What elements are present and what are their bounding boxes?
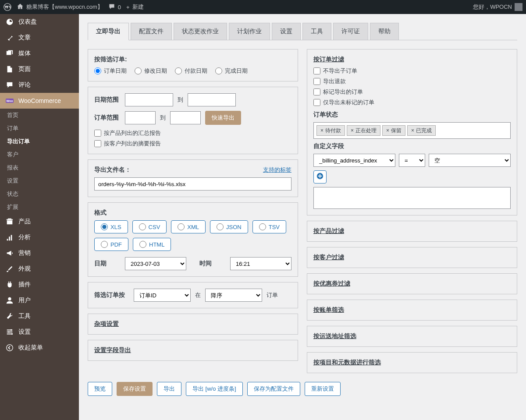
tab-export-now[interactable]: 立即导出 — [88, 23, 129, 40]
panel-meta-filter[interactable]: 按项目和元数据进行筛选 — [307, 352, 517, 373]
cf-op-select[interactable]: = — [399, 154, 425, 167]
panel-shipping-filter[interactable]: 按运送地址筛选 — [307, 326, 517, 347]
sidebar-item-users[interactable]: 用户 — [0, 293, 79, 308]
sidebar-sub-status[interactable]: 状态 — [0, 187, 79, 201]
sidebar-item-settings[interactable]: 设置 — [0, 324, 79, 340]
export-button[interactable]: 导出 — [157, 382, 181, 396]
format-html[interactable]: HTML — [133, 238, 171, 251]
date-select[interactable]: 2023-07-03 — [125, 257, 186, 270]
sidebar-sub-home[interactable]: 首页 — [0, 109, 79, 122]
cf-field-select[interactable]: _billing_address_index — [313, 154, 395, 167]
order-to-input[interactable] — [170, 111, 201, 124]
save-settings-button[interactable]: 保存设置 — [117, 382, 153, 396]
check-only-unmarked[interactable]: 仅导出未标记的订单 — [313, 99, 511, 106]
sidebar-item-media[interactable]: 媒体 — [0, 46, 79, 61]
date-to-input[interactable] — [188, 93, 236, 106]
wp-logo-icon[interactable] — [4, 3, 11, 11]
time-select[interactable]: 16:21 — [230, 257, 291, 270]
sidebar-sub-customers[interactable]: 客户 — [0, 148, 79, 161]
order-filter-title[interactable]: 按订单过滤 — [313, 56, 511, 64]
format-pdf[interactable]: PDF — [94, 238, 128, 251]
tab-settings[interactable]: 设置 — [272, 23, 301, 40]
check-mark-exported[interactable]: 标记导出的订单 — [313, 88, 511, 96]
radio-order-date[interactable]: 订单日期 — [94, 67, 127, 75]
panel-coupon-filter[interactable]: 按优惠券过滤 — [307, 273, 517, 294]
misc-settings-link[interactable]: 杂项设置 — [94, 320, 119, 327]
quick-export-button[interactable]: 快速导出 — [205, 111, 241, 125]
export-noprogress-button[interactable]: 导出 [w/o 进度条] — [186, 382, 243, 396]
close-icon[interactable]: × — [320, 127, 323, 134]
add-custom-field-button[interactable] — [313, 170, 327, 184]
format-xls[interactable]: XLS — [94, 220, 128, 233]
sidebar-item-posts[interactable]: 文章 — [0, 30, 79, 46]
radio-paid-date[interactable]: 付款日期 — [175, 67, 207, 75]
sort-dir-select[interactable]: 降序 — [205, 289, 262, 302]
format-csv[interactable]: CSV — [132, 220, 167, 233]
sidebar-item-marketing[interactable]: 营销 — [0, 245, 79, 261]
sidebar-collapse[interactable]: 收起菜单 — [0, 340, 79, 356]
tab-status-jobs[interactable]: 状态更改作业 — [174, 23, 227, 40]
check-summary-customer[interactable]: 按客户列出的摘要报告 — [94, 140, 291, 148]
check-summary-product[interactable]: 按产品列出的汇总报告 — [94, 129, 291, 137]
sidebar-sub-extensions[interactable]: 扩展 — [0, 201, 79, 214]
comments-link[interactable]: 0 — [108, 3, 121, 11]
check-refunds[interactable]: 导出退款 — [313, 78, 511, 85]
format-xml[interactable]: XML — [171, 220, 206, 233]
close-icon[interactable]: × — [411, 127, 414, 134]
order-from-input[interactable] — [125, 111, 156, 124]
format-json[interactable]: JSON — [210, 220, 248, 233]
tab-tools[interactable]: 工具 — [302, 23, 331, 40]
media-icon — [5, 49, 14, 58]
check-no-child[interactable]: 不导出子订单 — [313, 67, 511, 75]
tab-help[interactable]: 帮助 — [370, 23, 399, 40]
reset-button[interactable]: 重新设置 — [305, 382, 341, 396]
new-content-link[interactable]: + 新建 — [126, 3, 144, 11]
site-home-link[interactable]: 糖果博客【www.wpocn.com】 — [17, 3, 103, 11]
tab-license[interactable]: 许可证 — [333, 23, 368, 40]
sidebar-item-dashboard[interactable]: 仪表盘 — [0, 14, 79, 30]
tab-profiles[interactable]: 配置文件 — [131, 23, 172, 40]
radio-modified-date[interactable]: 修改日期 — [135, 67, 167, 75]
sidebar-item-analytics[interactable]: 分析 — [0, 229, 79, 245]
sidebar-item-appearance[interactable]: 外观 — [0, 261, 79, 277]
supported-tags-link[interactable]: 支持的标签 — [263, 166, 291, 174]
sidebar-item-comments[interactable]: 评论 — [0, 77, 79, 93]
custom-field-area[interactable] — [313, 187, 511, 209]
format-tsv[interactable]: TSV — [252, 220, 286, 233]
tag-processing[interactable]: ×正在处理 — [347, 125, 380, 136]
sliders-icon — [5, 328, 14, 336]
date-from-input[interactable] — [125, 93, 173, 106]
filename-input[interactable] — [94, 177, 291, 191]
sidebar-item-products[interactable]: 产品 — [0, 214, 79, 229]
sort-field-select[interactable]: 订单ID — [134, 289, 191, 302]
sidebar-sub-orders[interactable]: 订单 — [0, 122, 79, 135]
preview-button[interactable]: 预览 — [88, 382, 112, 396]
analytics-icon — [5, 233, 14, 242]
status-tags[interactable]: ×待付款 ×正在处理 ×保留 ×已完成 — [313, 122, 511, 139]
panel-customer-filter[interactable]: 按客户过滤 — [307, 247, 517, 268]
sidebar-item-tools[interactable]: 工具 — [0, 308, 79, 324]
sidebar-sub-export-orders[interactable]: 导出订单 — [0, 135, 79, 148]
panel-misc[interactable]: 杂项设置 — [88, 314, 298, 335]
close-icon[interactable]: × — [386, 127, 389, 134]
sidebar-item-plugins[interactable]: 插件 — [0, 277, 79, 293]
panel-product-filter[interactable]: 按产品过滤 — [307, 221, 517, 242]
cf-val-select[interactable]: 空 — [429, 154, 511, 167]
sidebar-item-woocommerce[interactable]: WooWooCommerce — [0, 93, 79, 109]
sidebar-sub-reports[interactable]: 报表 — [0, 161, 79, 174]
panel-billing-filter[interactable]: 按账单筛选 — [307, 300, 517, 321]
close-icon[interactable]: × — [351, 127, 354, 134]
tag-onhold[interactable]: ×保留 — [382, 125, 405, 136]
tab-scheduled-jobs[interactable]: 计划作业 — [229, 23, 270, 40]
fields-export-link[interactable]: 设置字段导出 — [94, 346, 131, 353]
save-profile-button[interactable]: 保存为配置文件 — [247, 382, 300, 396]
panel-fields-export[interactable]: 设置字段导出 — [88, 340, 298, 361]
sidebar-item-pages[interactable]: 页面 — [0, 61, 79, 77]
tag-pending[interactable]: ×待付款 — [316, 125, 345, 136]
tag-completed[interactable]: ×已完成 — [407, 125, 436, 136]
radio-completed-date[interactable]: 完成日期 — [215, 67, 248, 75]
sidebar-sub-settings[interactable]: 设置 — [0, 174, 79, 187]
woocommerce-icon: Woo — [5, 96, 14, 105]
svg-point-5 — [8, 331, 10, 333]
user-greeting[interactable]: 您好，WPOCN — [473, 3, 522, 11]
